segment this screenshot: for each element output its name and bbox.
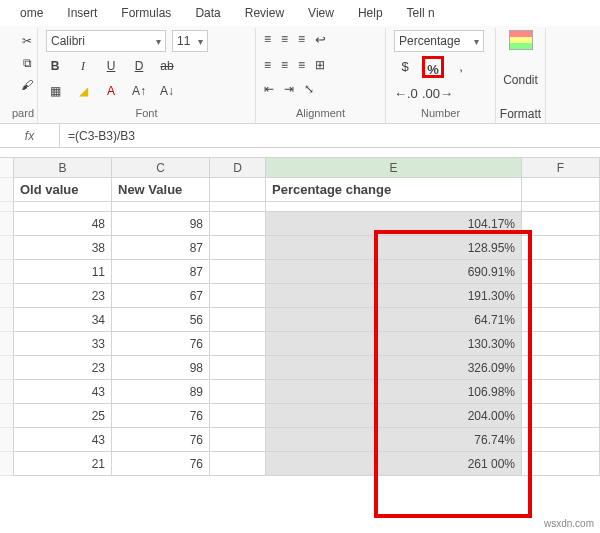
borders-button[interactable]: ▦ <box>46 84 64 98</box>
font-name-combo[interactable]: Calibri▾ <box>46 30 166 52</box>
increase-indent-icon[interactable]: ⇥ <box>284 82 294 96</box>
cell-old-value[interactable]: 48 <box>14 212 112 236</box>
row-stub[interactable] <box>0 356 14 380</box>
double-underline-button[interactable]: D <box>130 59 148 73</box>
cell-percent-change[interactable]: 64.71% <box>266 308 522 332</box>
tab-view[interactable]: View <box>308 6 334 20</box>
font-color-button[interactable]: A <box>102 84 120 98</box>
decrease-font-button[interactable]: A↓ <box>158 84 176 98</box>
cell-blank[interactable] <box>210 236 266 260</box>
cell-new-value[interactable]: 76 <box>112 428 210 452</box>
cell-old-value[interactable]: 43 <box>14 380 112 404</box>
fx-icon[interactable]: fx <box>0 124 60 147</box>
row-stub[interactable] <box>0 308 14 332</box>
cell-blank[interactable] <box>210 178 266 202</box>
cell-new-value[interactable]: 76 <box>112 404 210 428</box>
font-size-combo[interactable]: 11▾ <box>172 30 208 52</box>
cell-blank[interactable] <box>522 452 600 476</box>
copy-icon[interactable]: ⧉ <box>23 56 32 70</box>
cell-old-value[interactable]: 23 <box>14 284 112 308</box>
cell-percent-change[interactable]: 191.30% <box>266 284 522 308</box>
align-bottom-icon[interactable]: ≡ <box>298 32 305 47</box>
bold-button[interactable]: B <box>46 59 64 73</box>
cell-percent-change[interactable]: 326.09% <box>266 356 522 380</box>
cell-percent-change[interactable]: 204.00% <box>266 404 522 428</box>
cell-old-value[interactable]: 43 <box>14 428 112 452</box>
cell-new-value[interactable]: 76 <box>112 452 210 476</box>
cell-blank[interactable] <box>522 260 600 284</box>
cell-old-value[interactable]: 38 <box>14 236 112 260</box>
cell-old-value[interactable]: 21 <box>14 452 112 476</box>
cell-old-value[interactable]: 25 <box>14 404 112 428</box>
percent-format-button[interactable]: % <box>422 56 444 78</box>
cell-new-value[interactable]: 56 <box>112 308 210 332</box>
increase-font-button[interactable]: A↑ <box>130 84 148 98</box>
fill-color-button[interactable]: ◢ <box>74 84 92 98</box>
cell-new-value[interactable]: 67 <box>112 284 210 308</box>
tab-help[interactable]: Help <box>358 6 383 20</box>
cell-blank[interactable] <box>522 356 600 380</box>
col-header-f[interactable]: F <box>522 158 600 178</box>
cell-percent-change[interactable]: 76.74% <box>266 428 522 452</box>
row-stub[interactable] <box>0 380 14 404</box>
cell-percent-change[interactable]: 690.91% <box>266 260 522 284</box>
tab-review[interactable]: Review <box>245 6 284 20</box>
cell-old-value[interactable]: 34 <box>14 308 112 332</box>
tab-home[interactable]: ome <box>20 6 43 20</box>
row-stub[interactable] <box>0 332 14 356</box>
row-stub[interactable] <box>0 236 14 260</box>
header-new-value[interactable]: New Value <box>112 178 210 202</box>
cell-blank[interactable] <box>210 332 266 356</box>
row-stub[interactable] <box>0 212 14 236</box>
row-stub[interactable] <box>0 428 14 452</box>
cell-percent-change[interactable]: 106.98% <box>266 380 522 404</box>
cell-new-value[interactable]: 98 <box>112 356 210 380</box>
row-stub[interactable] <box>0 260 14 284</box>
cell-old-value[interactable]: 23 <box>14 356 112 380</box>
cell-new-value[interactable]: 87 <box>112 260 210 284</box>
cell-blank[interactable] <box>522 332 600 356</box>
cell-blank[interactable] <box>522 428 600 452</box>
wrap-text-button[interactable]: ↩ <box>315 32 326 47</box>
strikethrough-button[interactable]: ab <box>158 59 176 73</box>
cell-percent-change[interactable]: 104.17% <box>266 212 522 236</box>
tab-formulas[interactable]: Formulas <box>121 6 171 20</box>
col-header-c[interactable]: C <box>112 158 210 178</box>
cell-blank[interactable] <box>210 356 266 380</box>
cell-blank[interactable] <box>522 404 600 428</box>
number-format-combo[interactable]: Percentage▾ <box>394 30 484 52</box>
merge-button[interactable]: ⊞ <box>315 58 325 72</box>
align-left-icon[interactable]: ≡ <box>264 58 271 72</box>
cell-blank[interactable] <box>522 212 600 236</box>
cell-blank[interactable] <box>522 178 600 202</box>
cell-blank[interactable] <box>210 404 266 428</box>
cell-blank[interactable] <box>210 260 266 284</box>
cell-blank[interactable] <box>210 284 266 308</box>
col-header-e[interactable]: E <box>266 158 522 178</box>
cell-blank[interactable] <box>522 284 600 308</box>
row-stub[interactable] <box>0 452 14 476</box>
cell-blank[interactable] <box>522 380 600 404</box>
decrease-indent-icon[interactable]: ⇤ <box>264 82 274 96</box>
format-painter-icon[interactable]: 🖌 <box>21 78 33 92</box>
cell-old-value[interactable]: 11 <box>14 260 112 284</box>
cell-new-value[interactable]: 76 <box>112 332 210 356</box>
cell-new-value[interactable]: 98 <box>112 212 210 236</box>
header-percent-change[interactable]: Percentage change <box>266 178 522 202</box>
col-header-d[interactable]: D <box>210 158 266 178</box>
tab-data[interactable]: Data <box>195 6 220 20</box>
cell-percent-change[interactable]: 128.95% <box>266 236 522 260</box>
cell-blank[interactable] <box>210 212 266 236</box>
col-header-b[interactable]: B <box>14 158 112 178</box>
cut-icon[interactable]: ✂ <box>22 34 32 48</box>
header-old-value[interactable]: Old value <box>14 178 112 202</box>
cell-blank[interactable] <box>210 428 266 452</box>
italic-button[interactable]: I <box>74 59 92 74</box>
align-center-icon[interactable]: ≡ <box>281 58 288 72</box>
cell-new-value[interactable]: 89 <box>112 380 210 404</box>
align-right-icon[interactable]: ≡ <box>298 58 305 72</box>
formula-input[interactable]: =(C3-B3)/B3 <box>60 129 143 143</box>
orientation-icon[interactable]: ⤡ <box>304 82 314 96</box>
accounting-format-button[interactable]: $ <box>394 56 416 78</box>
cell-blank[interactable] <box>210 308 266 332</box>
